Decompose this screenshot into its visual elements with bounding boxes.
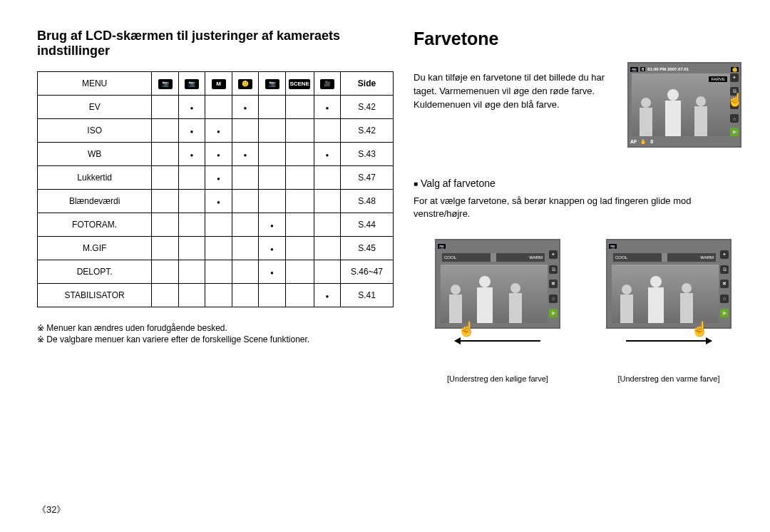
row-cell: [232, 284, 259, 307]
row-cell: [285, 96, 314, 119]
row-cell: [259, 284, 286, 307]
row-cell: [178, 213, 205, 237]
row-cell: [152, 166, 179, 190]
row-cell: [259, 119, 286, 143]
row-label: STABILISATOR: [38, 284, 152, 307]
row-page: S.45: [341, 237, 394, 260]
row-cell: [232, 213, 259, 237]
row-label: ISO: [38, 119, 152, 143]
row-cell: [314, 284, 341, 307]
row-cell: [314, 213, 341, 237]
row-cell: [232, 166, 259, 190]
row-cell: [314, 190, 341, 213]
row-cell: [232, 143, 259, 166]
table-row: M.GIFS.45: [38, 237, 394, 260]
table-row: FOTORAM.S.44: [38, 213, 394, 237]
left-heading: Brug af LCD-skærmen til justeringer af k…: [37, 29, 394, 58]
table-row: BlændeværdiS.48: [38, 190, 394, 213]
row-cell: [259, 190, 286, 213]
row-cell: [285, 166, 314, 190]
row-cell: [152, 190, 179, 213]
side-btn-play[interactable]: ▶: [730, 128, 739, 136]
row-cell: [285, 237, 314, 260]
th-mode-7: 🎥: [314, 72, 341, 96]
th-mode-1: 📷: [152, 72, 179, 96]
lcd-preview-main: 📷 8 01:00 PM 2007.07.01 🙂 FARVE ✦ ⧉: [627, 62, 741, 148]
row-cell: [152, 284, 179, 307]
row-cell: [259, 96, 286, 119]
th-mode-5: 📷: [259, 72, 286, 96]
row-label: WB: [38, 143, 152, 166]
row-cell: [178, 260, 205, 284]
caption-cool: [Understreg den kølige farve]: [435, 374, 560, 383]
row-cell: [152, 143, 179, 166]
table-row: ISOS.42: [38, 119, 394, 143]
row-cell: [285, 284, 314, 307]
touch-hand-icon: ☝: [727, 92, 741, 108]
lcd-af-val: 8: [650, 139, 653, 144]
row-cell: [205, 284, 232, 307]
lcd-datetime: 01:00 PM 2007.07.01: [647, 67, 689, 71]
row-cell: [285, 143, 314, 166]
row-label: EV: [38, 96, 152, 119]
row-cell: [259, 260, 286, 284]
side-btn-1[interactable]: ✦: [730, 73, 739, 82]
row-page: S.42: [341, 96, 394, 119]
row-cell: [314, 143, 341, 166]
tone-slider-cool[interactable]: COOL WARM: [442, 253, 545, 262]
row-cell: [205, 166, 232, 190]
th-mode-4: 🙂: [232, 72, 259, 96]
row-page: S.42: [341, 119, 394, 143]
row-cell: [285, 119, 314, 143]
row-cell: [232, 96, 259, 119]
row-page: S.44: [341, 213, 394, 237]
row-cell: [205, 96, 232, 119]
table-row: LukkertidS.47: [38, 166, 394, 190]
row-cell: [178, 143, 205, 166]
row-cell: [314, 166, 341, 190]
row-cell: [232, 237, 259, 260]
row-cell: [259, 166, 286, 190]
th-mode-3: M: [205, 72, 232, 96]
page-number: 《32》: [37, 503, 66, 516]
row-cell: [259, 213, 286, 237]
intro-text: Du kan tilføje en farvetone til det bill…: [414, 71, 615, 138]
row-cell: [152, 260, 179, 284]
row-cell: [205, 190, 232, 213]
row-cell: [152, 237, 179, 260]
swipe-right-icon: ☝: [626, 332, 712, 350]
row-cell: [178, 119, 205, 143]
row-cell: [152, 213, 179, 237]
row-label: Lukkertid: [38, 166, 152, 190]
row-cell: [232, 119, 259, 143]
row-page: S.43: [341, 143, 394, 166]
lcd-count: 8: [640, 67, 645, 71]
th-side: Side: [341, 72, 394, 96]
table-row: WBS.43: [38, 143, 394, 166]
caption-warm: [Understreg den varme farve]: [606, 374, 732, 383]
row-cell: [178, 190, 205, 213]
row-page: S.48: [341, 190, 394, 213]
row-label: M.GIF: [38, 237, 152, 260]
row-cell: [285, 260, 314, 284]
side-btn-4[interactable]: ⌂: [730, 114, 739, 123]
right-heading: Farvetone: [414, 29, 741, 49]
section-body: For at vælge farvetone, så berør knappen…: [414, 195, 741, 220]
lcd-photo: [632, 73, 730, 136]
row-cell: [314, 260, 341, 284]
tone-slider-warm[interactable]: COOL WARM: [613, 253, 716, 262]
row-cell: [205, 237, 232, 260]
row-cell: [205, 213, 232, 237]
row-page: S.46~47: [341, 260, 394, 284]
section-head: ■ Valg af farvetone: [414, 178, 741, 189]
lcd-preview-cool: 📷 COOL WARM ✦⧉✖⌂▶: [435, 239, 560, 329]
row-page: S.47: [341, 166, 394, 190]
row-cell: [314, 237, 341, 260]
row-cell: [178, 284, 205, 307]
row-cell: [314, 119, 341, 143]
row-cell: [259, 237, 286, 260]
table-row: DELOPT.S.46~47: [38, 260, 394, 284]
row-label: FOTORAM.: [38, 213, 152, 237]
row-cell: [285, 190, 314, 213]
farve-chip: FARVE: [709, 76, 727, 82]
